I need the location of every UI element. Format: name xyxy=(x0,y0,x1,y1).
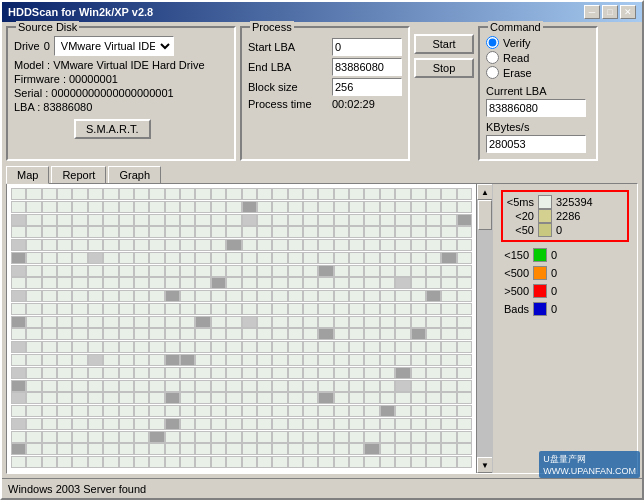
map-cell xyxy=(72,405,87,417)
scroll-up-button[interactable]: ▲ xyxy=(477,184,493,200)
map-cell xyxy=(226,303,241,315)
map-cell xyxy=(11,277,26,289)
map-cell xyxy=(211,252,226,264)
map-cell xyxy=(380,188,395,200)
map-cell xyxy=(195,456,210,468)
map-cell xyxy=(226,201,241,213)
map-cell xyxy=(165,328,180,340)
map-cell xyxy=(242,201,257,213)
map-cell xyxy=(242,277,257,289)
map-cell xyxy=(26,392,41,404)
map-cell xyxy=(226,226,241,238)
map-cell xyxy=(257,354,272,366)
map-cell xyxy=(88,328,103,340)
map-cell xyxy=(211,277,226,289)
maximize-button[interactable]: □ xyxy=(602,5,618,19)
map-cell xyxy=(134,405,149,417)
map-cell xyxy=(242,367,257,379)
scroll-down-button[interactable]: ▼ xyxy=(477,457,493,473)
minimize-button[interactable]: ─ xyxy=(584,5,600,19)
map-cell xyxy=(57,443,72,455)
map-cell xyxy=(195,328,210,340)
map-cell xyxy=(380,239,395,251)
map-cell xyxy=(457,380,472,392)
verify-radio[interactable] xyxy=(486,36,499,49)
map-cell xyxy=(165,341,180,353)
tab-graph[interactable]: Graph xyxy=(108,166,161,184)
map-cell xyxy=(57,214,72,226)
start-button[interactable]: Start xyxy=(414,34,474,54)
map-cell xyxy=(380,456,395,468)
map-cell xyxy=(134,354,149,366)
erase-label[interactable]: Erase xyxy=(503,67,532,79)
map-cell xyxy=(11,380,26,392)
map-cell xyxy=(226,341,241,353)
map-cell xyxy=(411,316,426,328)
map-cell xyxy=(165,277,180,289)
map-cell xyxy=(88,265,103,277)
map-cell xyxy=(303,316,318,328)
read-label[interactable]: Read xyxy=(503,52,529,64)
map-cell xyxy=(411,188,426,200)
map-cell xyxy=(426,392,441,404)
tab-map[interactable]: Map xyxy=(6,166,49,184)
map-cell xyxy=(180,405,195,417)
legend-count-20: 2286 xyxy=(556,210,580,222)
scroll-thumb[interactable] xyxy=(478,200,492,230)
map-cell xyxy=(318,188,333,200)
map-cell xyxy=(119,341,134,353)
map-cell xyxy=(411,252,426,264)
map-cell xyxy=(395,341,410,353)
vertical-scrollbar[interactable]: ▲ ▼ xyxy=(476,184,492,473)
map-cell xyxy=(26,226,41,238)
map-cell xyxy=(349,367,364,379)
map-cell xyxy=(334,328,349,340)
map-cell xyxy=(380,341,395,353)
map-cell xyxy=(88,226,103,238)
map-cell xyxy=(165,431,180,443)
scroll-track[interactable] xyxy=(477,200,492,457)
map-cell xyxy=(103,380,118,392)
map-cell xyxy=(26,214,41,226)
tab-report[interactable]: Report xyxy=(51,166,106,184)
map-cell xyxy=(303,252,318,264)
map-cell xyxy=(42,316,57,328)
map-cell xyxy=(42,354,57,366)
map-cell xyxy=(72,252,87,264)
verify-label[interactable]: Verify xyxy=(503,37,531,49)
map-cell xyxy=(11,405,26,417)
map-cell xyxy=(272,252,287,264)
map-cell xyxy=(165,405,180,417)
map-cell xyxy=(195,392,210,404)
map-cell xyxy=(303,214,318,226)
block-size-label: Block size xyxy=(248,81,328,93)
erase-radio[interactable] xyxy=(486,66,499,79)
map-cell xyxy=(257,290,272,302)
map-cell xyxy=(242,290,257,302)
map-cell xyxy=(288,405,303,417)
map-cell xyxy=(242,431,257,443)
map-cell xyxy=(211,456,226,468)
stop-button[interactable]: Stop xyxy=(414,58,474,78)
map-cell xyxy=(441,214,456,226)
map-cell xyxy=(180,456,195,468)
map-cell xyxy=(26,201,41,213)
read-radio[interactable] xyxy=(486,51,499,64)
start-lba-input[interactable] xyxy=(332,38,402,56)
close-button[interactable]: ✕ xyxy=(620,5,636,19)
map-cell xyxy=(103,201,118,213)
smart-button[interactable]: S.M.A.R.T. xyxy=(74,119,151,139)
map-cell xyxy=(334,316,349,328)
map-cell xyxy=(395,431,410,443)
block-size-input[interactable] xyxy=(332,78,402,96)
map-cell xyxy=(119,226,134,238)
map-cell xyxy=(334,239,349,251)
map-cell xyxy=(195,290,210,302)
map-cell xyxy=(103,252,118,264)
end-lba-input[interactable] xyxy=(332,58,402,76)
map-cell xyxy=(134,201,149,213)
map-cell xyxy=(134,418,149,430)
map-cell xyxy=(242,405,257,417)
drive-select[interactable]: VMware Virtual IDE H... xyxy=(54,36,174,56)
map-cell xyxy=(272,431,287,443)
